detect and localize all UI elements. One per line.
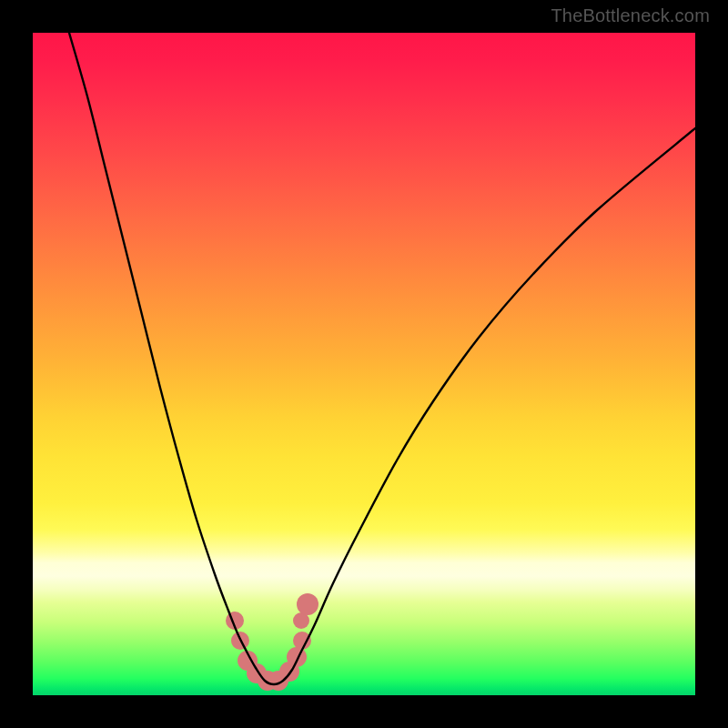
highlight-marker xyxy=(297,593,318,615)
watermark-text: TheBottleneck.com xyxy=(551,5,710,26)
plot-area xyxy=(33,33,695,695)
chart-frame: TheBottleneck.com xyxy=(0,0,728,728)
bottleneck-curve xyxy=(69,33,695,684)
highlight-marker xyxy=(287,647,307,667)
marker-group xyxy=(226,593,318,691)
curve-layer xyxy=(33,33,695,695)
highlight-marker xyxy=(293,632,311,650)
